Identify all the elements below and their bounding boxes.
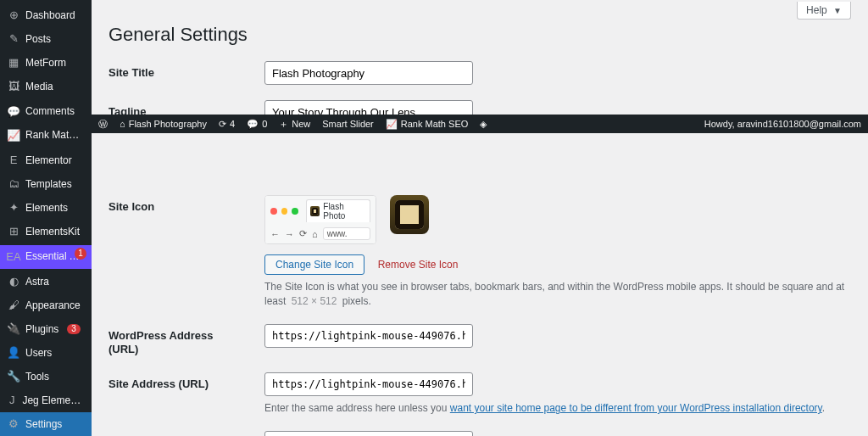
comments-link[interactable]: 💬 0 — [247, 119, 267, 130]
rankmath-link[interactable]: 📈 Rank Math SEO — [386, 119, 468, 130]
remove-site-icon-button[interactable]: Remove Site Icon — [378, 259, 459, 271]
sidebar-item-posts[interactable]: ✎Posts — [0, 27, 92, 51]
astra-icon: ◐ — [7, 275, 20, 288]
ea-icon: EA — [7, 250, 20, 264]
notification-badge: 1 — [75, 248, 86, 260]
change-site-icon-button[interactable]: Change Site Icon — [264, 254, 364, 275]
site-title-row: Site Title — [108, 61, 851, 85]
site-url-help-link[interactable]: want your site home page to be different… — [450, 402, 822, 414]
diamond-icon: ◈ — [480, 119, 487, 130]
sidebar-item-label: Media — [25, 81, 53, 92]
window-maximize-icon — [292, 208, 298, 215]
window-minimize-icon — [281, 208, 288, 215]
sidebar-item-metform[interactable]: ▦MetForm — [0, 51, 92, 75]
sidebar-item-appearance[interactable]: 🖌Appearance — [0, 293, 92, 317]
site-url-label: Site Address (URL) — [108, 372, 244, 392]
sidebar-item-templates[interactable]: 🗂Templates — [0, 172, 92, 196]
sidebar-item-tools[interactable]: 🔧Tools — [0, 365, 92, 388]
settings-icon: ⚙ — [7, 417, 20, 431]
site-url-description: Enter the same address here unless you w… — [264, 401, 851, 416]
help-tab[interactable]: Help ▼ — [797, 2, 851, 20]
sidebar-item-users[interactable]: 👤Users — [0, 341, 92, 365]
appearance-icon: 🖌 — [7, 299, 20, 312]
sidebar-item-label: Elementor — [25, 154, 72, 166]
sidebar-item-label: Comments — [25, 105, 75, 117]
sidebar-item-label: ElementsKit — [25, 226, 80, 238]
rankmath-icon: 📈 — [7, 129, 20, 143]
sidebar-item-elementskit[interactable]: ⊞ElementsKit — [0, 220, 92, 243]
plugins-icon: 🔌 — [7, 322, 20, 336]
site-name-label: Flash Photography — [129, 119, 207, 129]
admin-toolbar: Ⓦ ⌂ Flash Photography ⟳ 4 💬 0 ＋ New Sma — [92, 115, 868, 133]
sidebar-item-astra[interactable]: ◐Astra — [0, 270, 92, 293]
media-icon: 🖼 — [7, 80, 20, 93]
new-label: New — [292, 119, 310, 129]
site-url-input[interactable] — [264, 372, 473, 396]
comment-icon: 💬 — [247, 119, 259, 130]
sidebar-item-jeg[interactable]: JJeg Elementor Kit — [0, 388, 92, 412]
forward-icon: → — [285, 229, 294, 239]
dashboard-icon: ⊕ — [7, 8, 20, 22]
sidebar-item-label: Elements — [25, 202, 68, 214]
site-title-label: Site Title — [108, 61, 244, 81]
sidebar-item-elements[interactable]: ✦Elements — [0, 196, 92, 220]
favicon-preview-icon — [390, 195, 429, 234]
back-icon: ← — [270, 229, 280, 239]
templates-icon: 🗂 — [7, 177, 20, 191]
plus-icon: ＋ — [279, 118, 288, 131]
sidebar-item-dashboard[interactable]: ⊕Dashboard — [0, 0, 92, 27]
sidebar-item-label: Dashboard — [25, 9, 75, 21]
site-icon-label: Site Icon — [108, 195, 244, 215]
favicon-small-icon — [310, 206, 320, 216]
sidebar-item-comments[interactable]: 💬Comments — [0, 100, 92, 124]
sidebar-item-plugins[interactable]: 🔌Plugins3 — [0, 317, 92, 341]
admin-email-input[interactable] — [264, 431, 473, 436]
browser-preview: Flash Photo ← → ⟳ ⌂ www. — [264, 195, 376, 244]
sidebar-item-label: Astra — [25, 276, 49, 288]
site-icon-description: The Site Icon is what you see in browser… — [264, 280, 851, 309]
sidebar-item-ea[interactable]: EAEssential Addons1 — [0, 245, 92, 269]
chevron-down-icon: ▼ — [833, 6, 842, 15]
updates-link[interactable]: ⟳ 4 — [219, 119, 235, 130]
home-icon: ⌂ — [312, 229, 318, 239]
howdy-prefix: Howdy, — [704, 119, 737, 129]
howdy-user: aravind16101800@gmail.com — [737, 119, 861, 129]
jeg-icon: J — [7, 394, 17, 407]
tools-icon: 🔧 — [7, 370, 20, 383]
wp-logo-icon[interactable]: Ⓦ — [98, 118, 108, 131]
site-url-row: Site Address (URL) Enter the same addres… — [108, 372, 851, 416]
howdy-account[interactable]: Howdy, aravind16101800@gmail.com — [704, 119, 861, 129]
site-title-input[interactable] — [264, 61, 473, 85]
sidebar-item-rankmath[interactable]: 📈Rank Math SEO — [0, 124, 92, 148]
refresh-icon: ⟳ — [219, 119, 226, 130]
sidebar-item-label: Rank Math SEO — [25, 129, 85, 141]
rankmath-icon: 📈 — [386, 119, 398, 130]
home-icon: ⌂ — [120, 119, 125, 129]
comments-count: 0 — [262, 119, 267, 129]
updates-count: 4 — [230, 119, 235, 129]
sidebar-item-label: Tools — [25, 371, 49, 383]
new-content-link[interactable]: ＋ New — [279, 118, 310, 131]
sidebar-item-elementor[interactable]: EElementor — [0, 148, 92, 172]
elementor-icon: E — [7, 154, 20, 167]
extra-icon[interactable]: ◈ — [480, 119, 487, 130]
sidebar-item-settings[interactable]: ⚙Settings — [0, 412, 92, 436]
comments-icon: 💬 — [7, 105, 20, 119]
reload-icon: ⟳ — [299, 228, 307, 239]
admin-email-label: Administration Email Address — [108, 431, 244, 436]
site-name-link[interactable]: ⌂ Flash Photography — [120, 119, 207, 129]
sidebar-item-label: MetForm — [25, 57, 66, 69]
tab-label: Flash Photo — [323, 202, 366, 221]
page-title: General Settings — [108, 24, 851, 46]
admin-email-row: Administration Email Address This addres… — [108, 431, 851, 436]
site-icon-row: Site Icon Flash Photo — [108, 195, 851, 309]
smartslider-link[interactable]: Smart Slider — [322, 119, 374, 129]
sidebar-item-label: Jeg Elementor Kit — [22, 394, 85, 406]
help-tab-label: Help — [806, 4, 827, 16]
sidebar-item-label: Templates — [25, 178, 72, 190]
elements-icon: ✦ — [7, 201, 20, 215]
sidebar-item-media[interactable]: 🖼Media — [0, 75, 92, 98]
sidebar-item-label: Users — [25, 347, 52, 359]
window-close-icon — [270, 208, 277, 215]
wp-url-input[interactable] — [264, 324, 473, 348]
